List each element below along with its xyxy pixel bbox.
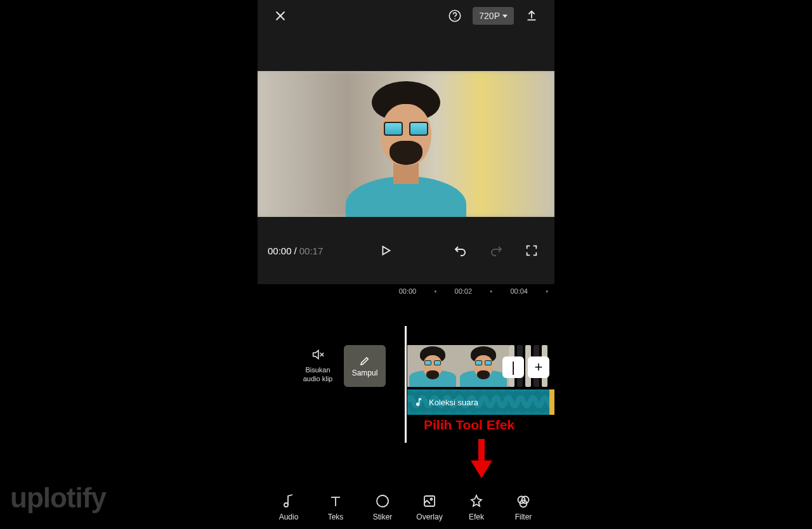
music-note-icon [414, 397, 424, 407]
fullscreen-icon [525, 244, 539, 258]
watermark: uplotify [10, 482, 106, 514]
ruler-dot: • [490, 287, 492, 295]
quality-label: 720P [479, 11, 500, 21]
svg-point-3 [454, 18, 455, 20]
clip-frame [407, 345, 458, 387]
time-separator: / [294, 245, 297, 256]
ruler-tick: 00:04 [508, 287, 530, 295]
overlay-icon [422, 493, 437, 509]
upload-icon [525, 9, 539, 23]
annotation-text: Pilih Tool Efek [424, 417, 514, 433]
pencil-icon [359, 355, 370, 367]
tool-teks[interactable]: Teks [317, 493, 355, 521]
text-icon [328, 493, 343, 509]
transition-buttons: | + [502, 356, 549, 378]
tool-stiker[interactable]: Stiker [363, 493, 402, 521]
video-editor-app: 720P 00:00 / 00:17 [258, 0, 554, 529]
tool-label: Efek [469, 513, 484, 521]
close-button[interactable] [270, 6, 291, 26]
mute-label-2: audio klip [299, 374, 336, 383]
audio-track[interactable]: Koleksi suara [407, 389, 554, 415]
help-icon [448, 9, 462, 23]
clip-frame [458, 345, 509, 387]
ruler-tick: 00:02 [452, 287, 475, 295]
fullscreen-button[interactable] [519, 238, 544, 263]
tool-label: Teks [328, 513, 344, 521]
close-icon [273, 9, 287, 23]
tool-label: Audio [279, 513, 299, 521]
current-time: 00:00 [268, 245, 292, 256]
preview-area [258, 32, 554, 217]
annotation-arrow-icon [471, 439, 492, 478]
watermark-part2: tify [67, 482, 106, 513]
tool-label: Stiker [373, 513, 393, 521]
svg-marker-5 [313, 351, 318, 359]
play-icon [379, 244, 393, 258]
undo-icon [453, 243, 468, 258]
tool-label: Overlay [416, 513, 442, 521]
mute-audio-button[interactable]: Bisukan audio klip [299, 348, 336, 384]
effects-icon [469, 493, 484, 509]
redo-button[interactable] [483, 238, 509, 263]
ruler-dot: • [546, 287, 548, 295]
tool-label: Filter [515, 513, 532, 521]
player-controls: 00:00 / 00:17 [258, 217, 554, 284]
ruler-dot: • [434, 287, 436, 295]
audio-track-label: Koleksi suara [429, 398, 478, 407]
speaker-mute-icon [311, 348, 325, 362]
watermark-part1: uplo [10, 482, 67, 513]
sticker-icon [375, 493, 390, 509]
bottom-toolbar: Audio Teks Stiker Overlay Efek Filter [258, 493, 554, 521]
video-preview[interactable] [258, 71, 554, 217]
playhead[interactable] [405, 326, 407, 443]
export-button[interactable] [521, 6, 542, 26]
play-button[interactable] [373, 238, 398, 263]
tool-overlay[interactable]: Overlay [410, 493, 449, 521]
chevron-down-icon [502, 15, 508, 18]
tool-efek[interactable]: Efek [457, 493, 495, 521]
top-bar: 720P [258, 0, 554, 32]
total-time: 00:17 [299, 245, 324, 256]
add-clip-button[interactable]: + [528, 356, 549, 378]
audio-icon [281, 493, 296, 509]
preview-figure [349, 81, 463, 217]
svg-marker-4 [383, 247, 390, 255]
time-display: 00:00 / 00:17 [268, 245, 323, 256]
timeline[interactable]: Bisukan audio klip Sampul | + Koleks [258, 326, 554, 459]
mute-label-1: Bisukan [299, 365, 336, 374]
audio-track-handle[interactable] [549, 389, 554, 415]
timeline-ruler[interactable]: 00:00 • 00:02 • 00:04 • [258, 284, 554, 298]
redo-icon [488, 243, 504, 258]
quality-selector[interactable]: 720P [473, 7, 514, 25]
transition-edit-button[interactable]: | [502, 356, 524, 378]
tool-filter[interactable]: Filter [504, 493, 542, 521]
cover-label: Sampul [352, 369, 378, 377]
tool-audio[interactable]: Audio [270, 493, 308, 521]
cover-button[interactable]: Sampul [344, 345, 386, 387]
svg-marker-9 [471, 460, 492, 478]
svg-point-13 [431, 499, 433, 500]
help-button[interactable] [445, 6, 465, 26]
undo-button[interactable] [448, 238, 473, 263]
filter-icon [516, 493, 531, 509]
svg-rect-8 [478, 439, 485, 462]
ruler-tick: 00:00 [396, 287, 419, 295]
